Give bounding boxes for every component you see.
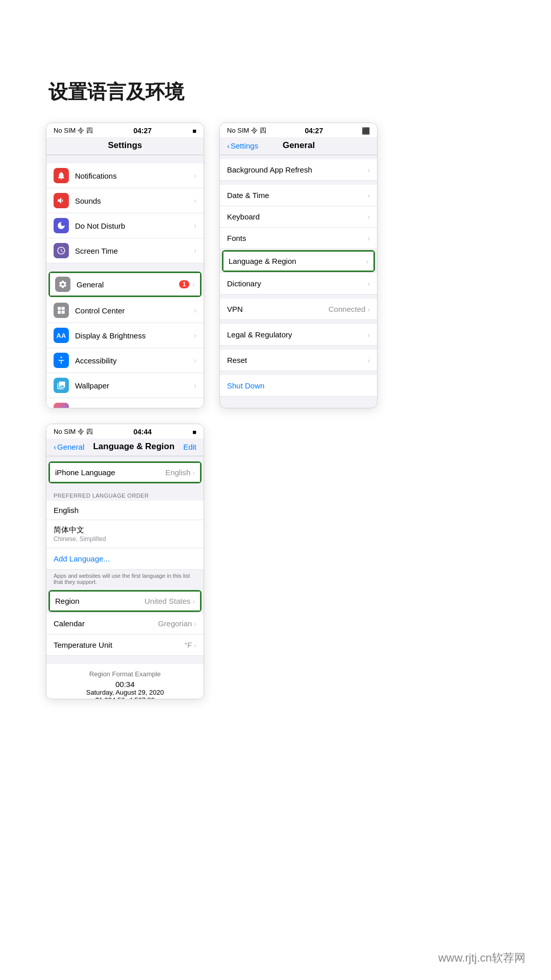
lang-note-text: Apps and websites will use the first lan…: [46, 570, 204, 589]
status-battery-left: ■: [192, 127, 196, 135]
general-item-legal[interactable]: Legal & Regulatory ›: [220, 324, 377, 346]
keyboard-chevron: ›: [367, 213, 370, 221]
vpn-value: Connected: [329, 305, 366, 313]
settings-item-general[interactable]: General 1 ›: [50, 273, 200, 296]
status-left-text: No SIM 令 四: [54, 126, 93, 135]
general-nav-bar: ‹ Settings General: [220, 137, 377, 155]
add-language-button[interactable]: Add Language...: [46, 548, 204, 570]
language-english-item: English: [46, 501, 204, 520]
iphone-language-chevron: ›: [192, 469, 195, 477]
siri-label: Siri & Search: [75, 406, 194, 409]
date-time-label: Date & Time: [227, 191, 367, 200]
sounds-chevron: ›: [194, 197, 196, 205]
screen-time-label: Screen Time: [75, 247, 194, 255]
background-app-refresh-label: Background App Refresh: [227, 165, 367, 174]
language-region-chevron: ›: [366, 257, 368, 265]
status-bar-bottom: No SIM 令 四 04:44 ■: [46, 424, 204, 438]
calendar-chevron: ›: [194, 620, 196, 628]
settings-item-display[interactable]: AA Display & Brightness ›: [46, 323, 204, 348]
calendar-value: Gregorian: [158, 619, 192, 628]
settings-item-wallpaper[interactable]: Wallpaper ›: [46, 373, 204, 398]
phone-screen-settings: No SIM 令 四 04:27 ■ Settings Notification…: [46, 122, 204, 408]
svg-point-0: [61, 357, 62, 358]
page-title: 设置语言及环境: [48, 79, 184, 105]
status-time-left: 04:27: [133, 127, 152, 135]
reset-chevron: ›: [367, 356, 370, 364]
language-region-nav-bar: ‹ General Language & Region Edit: [46, 438, 204, 456]
display-chevron: ›: [194, 331, 196, 339]
settings-item-siri[interactable]: Siri & Search ›: [46, 398, 204, 408]
sg3: [220, 295, 377, 299]
lr-sg1: [46, 456, 204, 460]
general-item-reset[interactable]: Reset ›: [220, 350, 377, 371]
calendar-item[interactable]: Calendar Gregorian ›: [46, 613, 204, 634]
legal-label: Legal & Regulatory: [227, 330, 367, 339]
general-icon: [55, 277, 70, 292]
lr-back-chevron-icon: ‹: [54, 443, 56, 451]
settings-item-sounds[interactable]: Sounds ›: [46, 188, 204, 213]
temperature-item[interactable]: Temperature Unit °F ›: [46, 634, 204, 656]
general-item-fonts[interactable]: Fonts ›: [220, 228, 377, 249]
general-item-vpn[interactable]: VPN Connected ›: [220, 299, 377, 320]
settings-item-screen-time[interactable]: Screen Time ›: [46, 238, 204, 263]
notifications-chevron: ›: [194, 172, 196, 180]
sg6: [220, 371, 377, 375]
lr-edit-button[interactable]: Edit: [183, 443, 196, 451]
settings-item-control-center[interactable]: Control Center ›: [46, 298, 204, 323]
general-item-date-time[interactable]: Date & Time ›: [220, 185, 377, 206]
general-item-keyboard[interactable]: Keyboard ›: [220, 206, 377, 228]
status-battery-bottom: ■: [192, 428, 196, 436]
control-center-chevron: ›: [194, 306, 196, 314]
section-gap-2: [46, 263, 204, 267]
reset-label: Reset: [227, 356, 367, 364]
general-item-language-region[interactable]: Language & Region ›: [223, 252, 373, 271]
lr-back-button[interactable]: ‹ General: [54, 443, 84, 451]
settings-item-do-not-disturb[interactable]: Do Not Disturb ›: [46, 213, 204, 238]
iphone-language-label: iPhone Language: [55, 468, 165, 477]
chinese-secondary-label: Chinese, Simplified: [54, 535, 196, 543]
notifications-icon: [54, 168, 69, 183]
wallpaper-label: Wallpaper: [75, 381, 194, 390]
region-format-date: Saturday, August 29, 2020: [54, 689, 196, 696]
settings-item-accessibility[interactable]: Accessibility ›: [46, 348, 204, 373]
temperature-label: Temperature Unit: [54, 641, 184, 649]
settings-section-2: General 1 › Control Center › AA Display …: [46, 272, 204, 408]
vpn-chevron: ›: [367, 305, 370, 313]
status-right-left: No SIM 令 四: [227, 126, 266, 135]
iphone-language-item[interactable]: iPhone Language English ›: [50, 463, 200, 482]
status-time-right: 04:27: [305, 127, 323, 135]
general-chevron: ›: [192, 280, 195, 288]
calendar-label: Calendar: [54, 619, 158, 628]
phone-screen-general: No SIM 令 四 04:27 ⬛ ‹ Settings General Ba…: [219, 122, 378, 408]
status-bar-right: No SIM 令 四 04:27 ⬛: [220, 123, 377, 137]
general-item-background-app-refresh[interactable]: Background App Refresh ›: [220, 159, 377, 181]
accessibility-icon: [54, 353, 69, 368]
general-item-dictionary[interactable]: Dictionary ›: [220, 273, 377, 295]
sg7: [220, 397, 377, 401]
accessibility-chevron: ›: [194, 356, 196, 364]
siri-icon: [54, 403, 69, 408]
lr-back-label: General: [57, 443, 84, 451]
do-not-disturb-chevron: ›: [194, 222, 196, 230]
siri-chevron: ›: [194, 406, 196, 408]
control-center-label: Control Center: [75, 306, 194, 315]
dictionary-chevron: ›: [367, 280, 370, 288]
status-bottom-left: No SIM 令 四: [54, 427, 93, 436]
region-value: United States: [144, 597, 190, 605]
region-format-box: Region Format Example 00:34 Saturday, Au…: [46, 664, 204, 699]
legal-chevron: ›: [367, 331, 370, 339]
settings-item-notifications[interactable]: Notifications ›: [46, 163, 204, 188]
region-format-money: $1,234.56 -4,567.89: [54, 696, 196, 699]
lr-sg3: [46, 656, 204, 660]
settings-section-1: Notifications › Sounds › Do Not Disturb …: [46, 163, 204, 263]
shut-down-button[interactable]: Shut Down: [220, 375, 377, 397]
control-center-icon: [54, 303, 69, 318]
temperature-chevron: ›: [194, 641, 196, 649]
region-item[interactable]: Region United States ›: [50, 592, 200, 610]
chinese-label: 简体中文: [54, 525, 196, 535]
sg5: [220, 346, 377, 350]
screen-time-chevron: ›: [194, 247, 196, 255]
sg4: [220, 320, 377, 324]
dictionary-label: Dictionary: [227, 279, 367, 288]
phone-screen-language-region: No SIM 令 四 04:44 ■ ‹ General Language & …: [46, 424, 204, 699]
